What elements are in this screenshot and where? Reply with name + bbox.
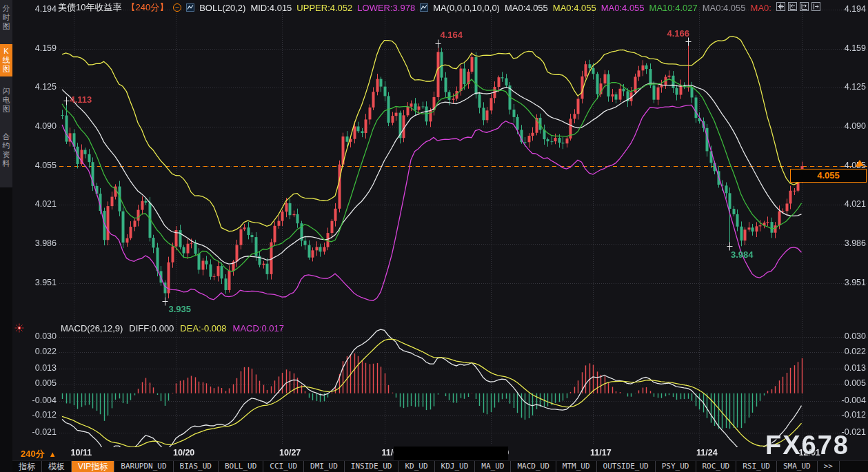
y-axis-label: 4.021 <box>14 199 57 209</box>
y-axis-label: -0.021 <box>14 427 57 437</box>
y-axis-label: 0.005 <box>14 378 57 388</box>
y-axis-label: 4.194 <box>14 4 57 14</box>
toolbar-tab-outside-ud[interactable]: OUTSIDE_UD <box>597 461 656 472</box>
toolbar-tab-macd-ud[interactable]: MACD_UD <box>511 461 556 472</box>
toolbar-tab-cn-2[interactable]: 模板 <box>42 461 72 472</box>
toolbar-tab-cn-1[interactable]: 指标 <box>12 461 42 472</box>
toolbar-tab-sma-ud[interactable]: SMA_UD <box>777 461 818 472</box>
y-axis-label: 0.022 <box>14 347 57 356</box>
axis-compress-right-icon[interactable] <box>800 2 809 11</box>
y-axis-label: 0.022 <box>823 347 866 356</box>
toolbar-tab-ma-ud[interactable]: MA_UD <box>475 461 511 472</box>
x-axis-label: 11/24 <box>696 448 718 458</box>
ma-value-4: MA10:4.027 <box>649 3 698 13</box>
toolbar-tab-cn-20[interactable]: >> <box>818 461 840 472</box>
toolbar-tab-roc-ud[interactable]: ROC_UD <box>696 461 737 472</box>
toolbar-tab-cci-ud[interactable]: CCI_UD <box>263 461 304 472</box>
y-axis-label: -0.004 <box>823 396 866 405</box>
chart-tool-buttons <box>776 2 820 11</box>
y-axis-label: 0.013 <box>823 363 866 373</box>
toolbar-tab-psy-ud[interactable]: PSY_UD <box>656 461 696 472</box>
crosshair-move-icon[interactable] <box>776 2 785 11</box>
y-axis-label: 3.951 <box>14 278 57 287</box>
y-axis-label: 3.986 <box>14 238 57 248</box>
y-axis-label: 0.005 <box>823 378 866 388</box>
y-axis-label: 4.125 <box>14 82 57 92</box>
axis-compress-left-icon[interactable] <box>788 2 797 11</box>
trading-app-window: 分 时 图K 线 图闪 电 图合 约 资 料 美债10年收益率 【240分】 −… <box>0 0 868 472</box>
ma-value-6: MA0: <box>751 3 771 13</box>
sidebar-tab-intraday[interactable]: 分 时 图 <box>0 4 12 31</box>
indicator-toolbar: 指标模板VIP指标BARUPDN_UDBIAS_UDBOLL_UDCCI_UDD… <box>12 460 868 472</box>
current-price-tag: 4.055 <box>790 169 867 183</box>
y-axis-label: 4.021 <box>823 199 866 209</box>
ma-mini-chart-icon[interactable] <box>420 3 428 12</box>
toolbar-tab-boll-ud[interactable]: BOLL_UD <box>219 461 263 472</box>
macd-name: MACD(26,12,9) <box>61 323 123 334</box>
minus-circle-icon[interactable]: − <box>173 3 181 12</box>
y-axis-label: 4.055 <box>14 161 57 170</box>
boll-mini-chart-icon[interactable] <box>186 3 194 12</box>
x-axis-label: 10/20 <box>173 448 194 458</box>
toolbar-tab-mtm-ud[interactable]: MTM_UD <box>556 461 597 472</box>
y-axis-label: 4.090 <box>823 121 866 131</box>
ma-name: MA(0,0,0,10,0,0) <box>433 3 500 13</box>
y-axis-label: 3.951 <box>823 278 866 287</box>
toolbar-tab-dmi-ud[interactable]: DMI_UD <box>304 461 345 472</box>
symbol-title: 美债10年收益率 <box>58 1 121 14</box>
up-arrow-icon <box>856 160 864 166</box>
y-axis-label: 0.013 <box>14 363 57 373</box>
price-annotation-3.935: 3.935 <box>169 304 192 314</box>
left-sidebar: 分 时 图K 线 图闪 电 图合 约 资 料 <box>0 0 12 472</box>
x-axis-row: 240分▲ 10/1110/2010/2711/0311/1011/1711/2… <box>0 447 868 460</box>
ma-value-1: MA0:4.055 <box>505 3 548 13</box>
y-axis-label: -0.012 <box>14 410 57 420</box>
toolbar-tab-inside-ud[interactable]: INSIDE_UD <box>345 461 399 472</box>
y-axis-label: 4.159 <box>14 43 57 53</box>
toolbar-tab-vip[interactable]: VIP指标 <box>72 461 114 472</box>
x-axis-label: 11/17 <box>590 448 612 458</box>
sidebar-tab-candlestick[interactable]: K 线 图 <box>0 44 12 76</box>
y-axis-label: 3.986 <box>823 238 866 248</box>
chart-canvas[interactable] <box>0 0 868 472</box>
toolbar-tab-kd-ud[interactable]: KD_UD <box>398 461 434 472</box>
up-triangle-icon: ▲ <box>49 450 57 458</box>
y-axis-label: -0.004 <box>14 396 57 405</box>
price-annotation-3.984: 3.984 <box>731 249 754 260</box>
macd-header: MACD(26,12,9) DIFF:0.000 DEA:-0.008 MACD… <box>61 323 284 334</box>
boll-lower-value: LOWER:3.978 <box>357 3 415 13</box>
y-axis-label: 4.159 <box>823 43 866 53</box>
red-sun-icon[interactable] <box>14 323 24 336</box>
x-axis-period[interactable]: 240分▲ <box>21 448 57 460</box>
chart-header: 美债10年收益率 【240分】 − BOLL(20,2) MID:4.015 U… <box>58 2 771 13</box>
sidebar-tab-contract-info[interactable]: 合 约 资 料 <box>0 132 12 168</box>
toolbar-tab-rsi-ud[interactable]: RSI_UD <box>736 461 777 472</box>
ma-value-5: MA0:4.055 <box>703 3 746 13</box>
period-label: 【240分】 <box>126 1 168 14</box>
y-axis-label: -0.012 <box>823 410 866 420</box>
fx678-watermark: FX678 <box>765 431 849 460</box>
x-axis-overlay-box <box>394 447 508 460</box>
boll-upper-value: UPPER:4.052 <box>296 3 352 13</box>
boll-name: BOLL(20,2) <box>199 3 245 13</box>
ma-values: MA0:4.055MA0:4.055MA0:4.055MA10:4.027MA0… <box>505 3 771 13</box>
macd-dea-value: DEA:-0.008 <box>180 323 226 334</box>
toolbar-tab-barupdn-ud[interactable]: BARUPDN_UD <box>114 461 173 472</box>
y-axis-label: 0.030 <box>823 331 866 341</box>
sidebar-tab-lightning[interactable]: 闪 电 图 <box>0 87 12 114</box>
exit-right-icon[interactable] <box>811 2 820 11</box>
macd-diff-value: DIFF:0.000 <box>129 323 174 334</box>
x-axis-label: 10/11 <box>71 448 92 458</box>
ma-value-2: MA0:4.055 <box>553 3 596 13</box>
y-axis-label: 4.090 <box>14 121 57 131</box>
toolbar-tab-kdj-ud[interactable]: KDJ_UD <box>435 461 476 472</box>
ma-value-3: MA0:4.055 <box>601 3 645 13</box>
price-annotation-4.166: 4.166 <box>667 28 690 39</box>
price-annotation-4.164: 4.164 <box>441 30 463 40</box>
toolbar-tab-bias-ud[interactable]: BIAS_UD <box>174 461 219 472</box>
macd-macd-value: MACD:0.017 <box>233 323 284 334</box>
y-axis-label: 4.194 <box>823 4 866 14</box>
price-annotation-4.113: 4.113 <box>70 94 92 105</box>
boll-mid-value: MID:4.015 <box>250 3 292 13</box>
y-axis-label: 4.125 <box>823 82 866 92</box>
